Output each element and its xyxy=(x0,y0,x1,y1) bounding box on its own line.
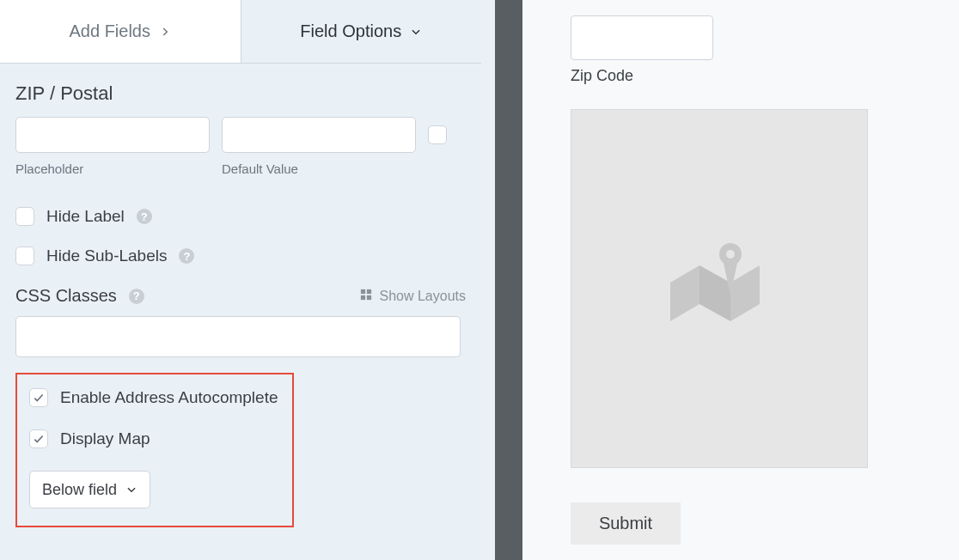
tab-field-options-label: Field Options xyxy=(300,21,401,41)
tab-add-fields-label: Add Fields xyxy=(70,21,151,41)
field-options-panel: Add Fields Field Options ZIP / Postal Pl… xyxy=(0,0,481,560)
tab-field-options[interactable]: Field Options xyxy=(241,0,482,63)
form-preview: Zip Code Submit xyxy=(533,0,959,560)
help-icon[interactable]: ? xyxy=(137,209,152,224)
show-layouts-button[interactable]: Show Layouts xyxy=(360,289,466,304)
hide-label-text: Hide Label xyxy=(46,207,125,226)
hide-sublabels-checkbox[interactable] xyxy=(15,247,34,265)
submit-label: Submit xyxy=(599,514,652,533)
zip-placeholder-col: Placeholder xyxy=(15,117,210,176)
map-pin-icon xyxy=(663,235,775,342)
show-layouts-label: Show Layouts xyxy=(379,289,466,304)
hide-sublabels-row: Hide Sub-Labels ? xyxy=(15,247,466,265)
tab-add-fields[interactable]: Add Fields xyxy=(0,0,241,63)
enable-autocomplete-checkbox[interactable] xyxy=(29,388,48,407)
chevron-down-icon xyxy=(125,484,137,496)
svg-rect-2 xyxy=(361,295,365,299)
panel-divider xyxy=(481,0,533,560)
enable-autocomplete-row: Enable Address Autocomplete xyxy=(29,388,280,407)
svg-rect-3 xyxy=(367,295,371,299)
chevron-down-icon xyxy=(410,26,422,38)
help-icon[interactable]: ? xyxy=(129,289,144,304)
svg-rect-1 xyxy=(367,289,371,293)
css-classes-row: CSS Classes ? Show Layouts xyxy=(15,286,466,306)
zip-default-label: Default Value xyxy=(222,161,416,176)
zip-section-title: ZIP / Postal xyxy=(15,82,466,105)
css-classes-input[interactable] xyxy=(15,316,461,357)
display-map-checkbox[interactable] xyxy=(29,429,48,448)
submit-button[interactable]: Submit xyxy=(571,502,681,545)
zip-inputs-row: Placeholder Default Value xyxy=(15,117,466,176)
svg-rect-0 xyxy=(361,289,365,293)
svg-point-8 xyxy=(726,250,735,259)
chevron-right-icon xyxy=(159,26,171,38)
svg-marker-5 xyxy=(699,265,730,321)
display-map-label: Display Map xyxy=(60,429,150,448)
hide-label-checkbox[interactable] xyxy=(15,207,34,226)
grid-icon xyxy=(360,289,372,304)
panel-body: ZIP / Postal Placeholder Default Value H… xyxy=(0,64,481,560)
preview-zip-field: Zip Code xyxy=(571,15,928,85)
zip-extra-checkbox[interactable] xyxy=(428,125,447,144)
map-position-value: Below field xyxy=(42,481,117,499)
zip-placeholder-input[interactable] xyxy=(15,117,210,153)
zip-default-col: Default Value xyxy=(222,117,416,176)
preview-zip-label: Zip Code xyxy=(571,67,928,85)
highlight-box: Enable Address Autocomplete Display Map … xyxy=(15,373,294,527)
enable-autocomplete-label: Enable Address Autocomplete xyxy=(60,388,278,407)
help-icon[interactable]: ? xyxy=(179,248,194,264)
map-placeholder xyxy=(571,109,868,468)
hide-sublabels-text: Hide Sub-Labels xyxy=(46,247,167,265)
zip-placeholder-label: Placeholder xyxy=(15,161,210,176)
panel-tabs: Add Fields Field Options xyxy=(0,0,481,64)
preview-zip-input[interactable] xyxy=(571,15,713,60)
hide-label-row: Hide Label ? xyxy=(15,207,466,226)
map-position-dropdown[interactable]: Below field xyxy=(29,471,150,508)
zip-default-input[interactable] xyxy=(222,117,416,153)
css-classes-title: CSS Classes xyxy=(15,286,117,306)
svg-marker-4 xyxy=(670,265,699,321)
display-map-row: Display Map xyxy=(29,429,280,448)
